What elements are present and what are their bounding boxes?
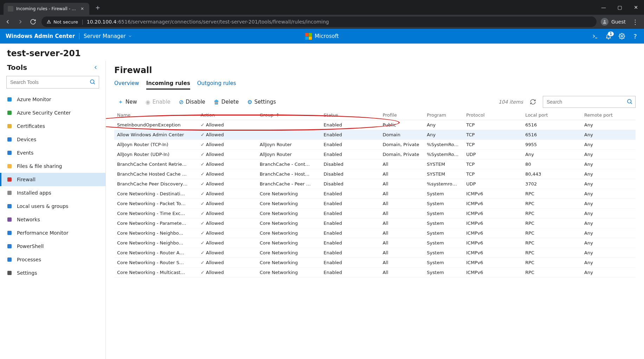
window-close-icon[interactable]: ✕	[628, 0, 644, 15]
sidebar-item-label: PowerShell	[17, 243, 44, 249]
window-minimize-icon[interactable]: —	[595, 0, 612, 15]
app-brand[interactable]: Windows Admin Center	[6, 33, 79, 39]
browser-titlebar: Incoming rules - Firewall - Server… ✕ ＋ …	[0, 0, 644, 15]
col-status[interactable]: Status	[321, 110, 380, 120]
grid-header-row: Name Action Group ↑ Status Profile Progr…	[114, 110, 636, 120]
settings-button[interactable]: ⚙Settings	[244, 97, 279, 107]
reload-button[interactable]	[29, 18, 37, 26]
refresh-button[interactable]	[528, 97, 538, 107]
search-icon	[89, 79, 96, 85]
new-button[interactable]: ＋New	[114, 97, 141, 107]
new-tab-button[interactable]: ＋	[93, 2, 103, 12]
table-row[interactable]: Core Networking - Paramete…✓AllowedCore …	[114, 218, 636, 228]
notifications-icon[interactable]: 1	[605, 33, 612, 39]
sidebar-item-powershell[interactable]: PowerShell	[0, 240, 105, 253]
svg-rect-8	[7, 164, 12, 168]
tools-panel: Tools Azure MonitorAzure Security Center…	[0, 61, 106, 359]
col-group[interactable]: Group ↑	[257, 110, 321, 120]
sidebar-item-azure-monitor[interactable]: Azure Monitor	[0, 93, 105, 106]
app-header: Windows Admin Center Server Manager Micr…	[0, 29, 644, 44]
search-icon	[626, 98, 633, 105]
item-count: 104 items	[498, 99, 523, 105]
network-icon	[6, 216, 13, 223]
table-row[interactable]: Core Networking - Router S…✓AllowedCore …	[114, 258, 636, 268]
delete-button[interactable]: 🗑Delete	[210, 97, 242, 107]
sidebar-item-events[interactable]: Events	[0, 146, 105, 159]
col-name[interactable]: Name	[114, 110, 198, 120]
browser-address-bar: Not secure | 10.20.100.4:6516/servermana…	[0, 15, 644, 29]
sidebar-item-installed-apps[interactable]: Installed apps	[0, 186, 105, 200]
tab-overview[interactable]: Overview	[114, 78, 139, 90]
perf-icon	[6, 230, 13, 236]
rules-grid[interactable]: Name Action Group ↑ Status Profile Progr…	[114, 110, 636, 359]
table-row[interactable]: BranchCache Hosted Cache …✓AllowedBranch…	[114, 169, 636, 179]
svg-rect-10	[7, 191, 12, 195]
sidebar-item-certificates[interactable]: Certificates	[0, 119, 105, 133]
forward-button[interactable]	[16, 18, 25, 26]
window-maximize-icon[interactable]: ▢	[612, 0, 628, 15]
folder-icon	[6, 163, 13, 169]
table-row[interactable]: Allow Windows Admin Center✓AllowedEnable…	[114, 130, 636, 140]
browser-menu-icon[interactable]: ⋮	[630, 18, 640, 26]
console-icon[interactable]	[592, 33, 598, 39]
page-title: Firewall	[114, 65, 636, 75]
server-name: test-server-201	[0, 44, 644, 61]
check-icon: ✓	[201, 152, 205, 157]
tab-incoming-rules[interactable]: Incoming rules	[146, 78, 190, 90]
table-row[interactable]: SmeInboundOpenException✓AllowedEnabledPu…	[114, 120, 636, 130]
collapse-tools-icon[interactable]	[93, 65, 98, 70]
sidebar-item-firewall[interactable]: Firewall	[0, 173, 105, 186]
settings-gear-icon[interactable]	[619, 33, 625, 39]
url-text: 10.20.100.4:6516/servermanager/connectio…	[87, 19, 329, 25]
col-protocol[interactable]: Protocol	[463, 110, 522, 120]
col-localport[interactable]: Local port	[522, 110, 581, 120]
omnibox[interactable]: Not secure | 10.20.100.4:6516/servermana…	[41, 17, 597, 27]
sidebar-item-local-users-groups[interactable]: Local users & groups	[0, 200, 105, 213]
disable-icon: ⊘	[179, 99, 183, 105]
table-row[interactable]: Core Networking - Neighbo…✓AllowedCore N…	[114, 228, 636, 238]
events-icon	[6, 150, 13, 156]
back-button[interactable]	[4, 18, 12, 26]
table-row[interactable]: AllJoyn Router (UDP-In)✓AllowedAllJoyn R…	[114, 150, 636, 159]
sidebar-item-processes[interactable]: Processes	[0, 253, 105, 266]
breadcrumb-server-manager[interactable]: Server Manager	[84, 33, 132, 39]
search-rules-input[interactable]	[543, 96, 636, 108]
table-row[interactable]: Core Networking - Multicast…✓AllowedCore…	[114, 268, 636, 278]
table-row[interactable]: AllJoyn Router (TCP-In)✓AllowedAllJoyn R…	[114, 140, 636, 150]
check-icon: ✓	[201, 230, 205, 236]
col-profile[interactable]: Profile	[380, 110, 424, 120]
table-row[interactable]: Core Networking - Router A…✓AllowedCore …	[114, 248, 636, 258]
col-action[interactable]: Action	[198, 110, 257, 120]
sidebar-item-label: Files & file sharing	[17, 163, 62, 169]
sidebar-item-networks[interactable]: Networks	[0, 213, 105, 226]
chevron-down-icon	[128, 34, 132, 38]
table-row[interactable]: Core Networking - Destinati…✓AllowedCore…	[114, 189, 636, 199]
table-row[interactable]: BranchCache Content Retrie…✓AllowedBranc…	[114, 159, 636, 169]
azure-monitor-icon	[6, 96, 13, 103]
help-icon[interactable]: ?	[632, 33, 638, 39]
col-program[interactable]: Program	[424, 110, 463, 120]
sidebar-item-label: Azure Security Center	[17, 110, 71, 116]
disable-button[interactable]: ⊘Disable	[175, 97, 209, 107]
sidebar-item-label: Events	[17, 150, 33, 156]
ps-icon	[6, 243, 13, 249]
table-row[interactable]: Core Networking - Neighbo…✓AllowedCore N…	[114, 238, 636, 248]
sidebar-item-settings[interactable]: Settings	[0, 266, 105, 280]
sidebar-item-performance-monitor[interactable]: Performance Monitor	[0, 226, 105, 240]
search-tools-input[interactable]	[6, 76, 99, 89]
sidebar-item-azure-security-center[interactable]: Azure Security Center	[0, 106, 105, 119]
tab-close-icon[interactable]: ✕	[79, 6, 85, 12]
enable-button[interactable]: ◉Enable	[142, 97, 174, 107]
profile-button[interactable]: Guest	[601, 18, 626, 26]
tab-outgoing-rules[interactable]: Outgoing rules	[197, 78, 236, 90]
col-remoteport[interactable]: Remote port	[581, 110, 636, 120]
tab-favicon	[8, 6, 13, 12]
table-row[interactable]: Core Networking - Packet To…✓AllowedCore…	[114, 199, 636, 209]
sidebar-item-devices[interactable]: Devices	[0, 133, 105, 146]
browser-tab[interactable]: Incoming rules - Firewall - Server… ✕	[4, 3, 89, 15]
sidebar-item-files-file-sharing[interactable]: Files & file sharing	[0, 159, 105, 173]
table-row[interactable]: Core Networking - Time Exc…✓AllowedCore …	[114, 209, 636, 218]
table-row[interactable]: BranchCache Peer Discovery…✓AllowedBranc…	[114, 179, 636, 189]
gear-icon: ⚙	[247, 99, 252, 105]
microsoft-logo: Microsoft	[305, 33, 339, 40]
